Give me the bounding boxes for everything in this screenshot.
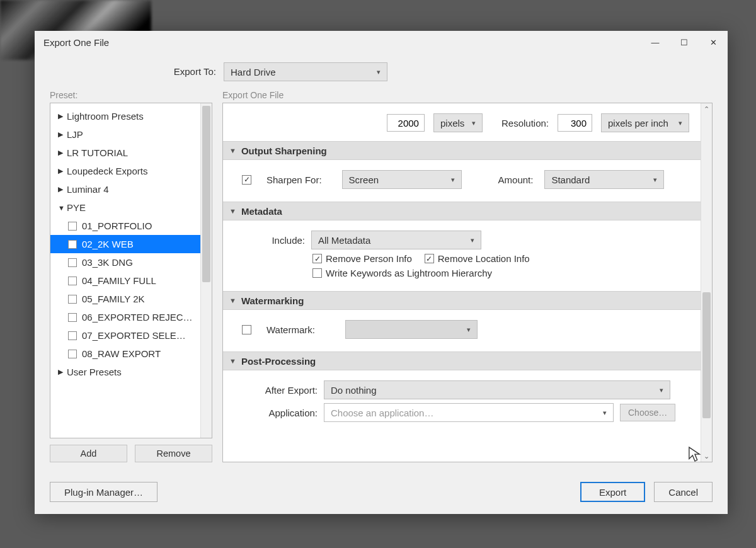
preset-item-label: 08_RAW EXPORT (82, 348, 161, 359)
preset-item-label: 07_EXPORTED SELE… (82, 330, 186, 341)
preset-folder[interactable]: ▶Luminar 4 (50, 180, 200, 198)
preset-item-label: 03_3K DNG (82, 257, 133, 268)
preset-item[interactable]: 06_EXPORTED REJEC… (50, 308, 200, 326)
chevron-down-icon: ▾ (377, 68, 381, 76)
preset-folder-label: LJP (67, 129, 83, 140)
preset-folder[interactable]: ▼PYE (50, 198, 200, 217)
triangle-right-icon: ▶ (58, 149, 67, 157)
export-to-label: Export To: (174, 66, 216, 77)
section-watermarking[interactable]: ▼ Watermarking (223, 291, 701, 310)
preset-item-checkbox[interactable] (68, 222, 77, 231)
remove-location-checkbox[interactable] (425, 254, 434, 263)
window-controls: — ☐ ✕ (641, 31, 728, 54)
dialog-footer: Plug-in Manager… Export Cancel (35, 470, 728, 514)
preset-scrollbar[interactable] (200, 103, 212, 438)
preset-label: Preset: (50, 90, 212, 100)
sharpen-for-label: Sharpen For: (266, 174, 322, 185)
application-select[interactable]: Choose an application… ▾ (324, 403, 614, 422)
amount-label: Amount: (498, 174, 534, 185)
preset-item-checkbox[interactable] (68, 350, 77, 358)
after-export-label: After Export: (242, 385, 318, 396)
size-value-input[interactable]: 2000 (387, 114, 425, 132)
chevron-down-icon: ▾ (660, 386, 663, 394)
preset-item-checkbox[interactable] (68, 240, 77, 249)
preset-item-checkbox[interactable] (68, 277, 77, 285)
close-button[interactable]: ✕ (699, 31, 728, 54)
add-preset-button[interactable]: Add (50, 445, 127, 462)
preset-folder[interactable]: ▶LR TUTORIAL (50, 144, 200, 162)
choose-application-button[interactable]: Choose… (620, 404, 675, 421)
application-label: Application: (242, 408, 318, 418)
watermark-select: ▾ (345, 320, 478, 339)
sharpen-for-select[interactable]: Screen ▾ (342, 170, 462, 189)
preset-item[interactable]: 04_FAMILY FULL (50, 271, 200, 290)
scroll-down-icon[interactable]: ⌄ (702, 452, 711, 460)
triangle-down-icon: ▼ (58, 204, 67, 212)
preset-folder[interactable]: ▶User Presets (50, 363, 200, 381)
section-post-processing[interactable]: ▼ Post-Processing (223, 351, 701, 370)
preset-item[interactable]: 02_2K WEB (50, 235, 200, 253)
settings-panel: 2000 pixels ▾ Resolution: 300 pixels per… (222, 103, 713, 462)
preset-folder[interactable]: ▶Lightroom Presets (50, 107, 200, 125)
window-title: Export One File (43, 37, 109, 48)
export-button[interactable]: Export (580, 482, 645, 502)
watermark-checkbox[interactable] (242, 325, 251, 334)
triangle-right-icon: ▶ (58, 130, 67, 139)
write-keywords-checkbox[interactable] (312, 268, 322, 278)
preset-folder-label: LR TUTORIAL (67, 147, 128, 158)
chevron-down-icon: ▾ (467, 326, 471, 334)
triangle-right-icon: ▶ (58, 368, 67, 376)
preset-folder[interactable]: ▶Loupedeck Exports (50, 162, 200, 180)
cancel-button[interactable]: Cancel (654, 482, 713, 502)
export-to-value: Hard Drive (231, 67, 276, 77)
preset-item-checkbox[interactable] (68, 331, 77, 340)
preset-item[interactable]: 03_3K DNG (50, 253, 200, 271)
resolution-label: Resolution: (501, 118, 549, 128)
watermark-label: Watermark: (266, 324, 315, 335)
settings-scrollbar[interactable] (701, 103, 712, 462)
chevron-down-icon: ▾ (471, 236, 474, 244)
chevron-down-icon: ▾ (451, 176, 455, 184)
remove-person-checkbox[interactable] (312, 254, 322, 263)
triangle-down-icon: ▼ (229, 207, 236, 215)
preset-list[interactable]: ▶Lightroom Presets▶LJP▶LR TUTORIAL▶Loupe… (50, 103, 212, 438)
triangle-down-icon: ▼ (229, 147, 236, 154)
chevron-down-icon: ▾ (679, 119, 682, 127)
triangle-right-icon: ▶ (58, 112, 67, 120)
preset-item[interactable]: 05_FAMILY 2K (50, 290, 200, 308)
chevron-down-icon: ▾ (472, 119, 476, 127)
size-unit-select[interactable]: pixels ▾ (433, 113, 483, 132)
plugin-manager-button[interactable]: Plug-in Manager… (50, 482, 158, 502)
section-output-sharpening[interactable]: ▼ Output Sharpening (223, 141, 701, 160)
scroll-up-icon[interactable]: ⌃ (702, 105, 711, 113)
preset-item-label: 02_2K WEB (82, 239, 134, 249)
resolution-input[interactable]: 300 (558, 114, 592, 132)
section-metadata[interactable]: ▼ Metadata (223, 202, 701, 220)
preset-folder-label: Luminar 4 (67, 184, 109, 195)
image-sizing-row: 2000 pixels ▾ Resolution: 300 pixels per… (223, 108, 701, 141)
after-export-select[interactable]: Do nothing ▾ (324, 380, 670, 399)
remove-location-label: Remove Location Info (438, 253, 530, 264)
resolution-unit-select[interactable]: pixels per inch ▾ (601, 113, 689, 132)
preset-folder[interactable]: ▶LJP (50, 125, 200, 144)
preset-item[interactable]: 07_EXPORTED SELE… (50, 326, 200, 345)
remove-preset-button[interactable]: Remove (135, 445, 212, 462)
preset-item-checkbox[interactable] (68, 313, 77, 322)
amount-select[interactable]: Standard ▾ (544, 170, 664, 189)
minimize-button[interactable]: — (641, 31, 670, 54)
preset-item[interactable]: 01_PORTFOLIO (50, 217, 200, 235)
preset-folder-label: PYE (67, 202, 86, 213)
titlebar: Export One File — ☐ ✕ (35, 31, 728, 54)
preset-item[interactable]: 08_RAW EXPORT (50, 345, 200, 363)
preset-item-checkbox[interactable] (68, 295, 77, 304)
export-to-select[interactable]: Hard Drive ▾ (224, 62, 387, 81)
settings-label: Export One File (222, 90, 713, 100)
preset-folder-label: User Presets (67, 367, 122, 377)
sharpen-for-checkbox[interactable] (242, 175, 251, 185)
preset-folder-label: Lightroom Presets (67, 111, 144, 122)
maximize-button[interactable]: ☐ (670, 31, 699, 54)
triangle-right-icon: ▶ (58, 185, 67, 193)
preset-item-checkbox[interactable] (68, 258, 77, 267)
export-dialog: Export One File — ☐ ✕ Export To: Hard Dr… (35, 31, 728, 514)
include-select[interactable]: All Metadata ▾ (311, 231, 481, 249)
